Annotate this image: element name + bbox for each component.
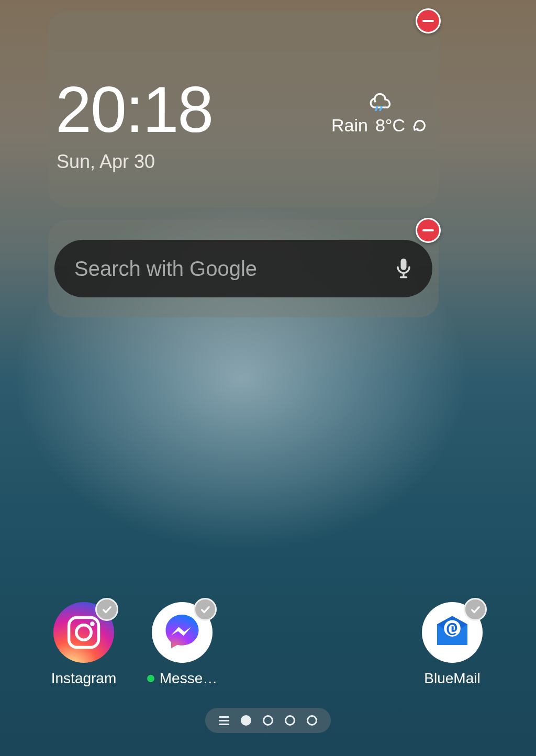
weather-block[interactable]: Rain 8°C — [331, 89, 427, 136]
selected-check-icon — [194, 598, 217, 621]
svg-rect-2 — [401, 259, 407, 270]
app-messenger[interactable]: Messe… — [144, 602, 220, 687]
selected-check-icon — [95, 598, 118, 621]
app-label: Messe… — [147, 670, 217, 687]
instagram-icon — [53, 602, 114, 663]
page-dot-3[interactable] — [285, 715, 295, 726]
page-indicator[interactable] — [205, 708, 331, 733]
google-search-input[interactable]: Search with Google — [54, 240, 432, 297]
refresh-icon[interactable] — [412, 118, 427, 133]
app-label: Instagram — [51, 670, 117, 687]
microphone-icon[interactable] — [395, 257, 412, 280]
remove-widget-button[interactable] — [416, 8, 441, 34]
clock-weather-widget[interactable]: 20:18 Sun, Apr 30 Rain 8°C — [48, 10, 439, 207]
page-dot-2[interactable] — [263, 715, 273, 726]
selected-check-icon — [464, 598, 487, 621]
empty-slot — [243, 602, 392, 687]
bluemail-icon — [422, 602, 483, 663]
page-dot-4[interactable] — [307, 715, 317, 726]
app-bluemail[interactable]: BlueMail — [415, 602, 490, 687]
all-pages-icon[interactable] — [219, 716, 229, 725]
search-widget[interactable]: Search with Google — [48, 220, 439, 317]
page-dot-1[interactable] — [241, 715, 251, 726]
online-status-dot — [147, 675, 154, 682]
messenger-icon — [152, 602, 213, 663]
minus-icon — [422, 20, 434, 22]
svg-point-7 — [90, 621, 95, 626]
weather-temperature: 8°C — [375, 115, 405, 136]
svg-rect-5 — [69, 618, 99, 648]
app-label: BlueMail — [424, 670, 480, 687]
clock-date: Sun, Apr 30 — [57, 151, 155, 173]
search-placeholder: Search with Google — [74, 257, 257, 281]
app-instagram[interactable]: Instagram — [46, 602, 121, 687]
remove-widget-button[interactable] — [416, 218, 441, 243]
home-app-row: Instagram Messe… — [46, 602, 490, 687]
clock-time: 20:18 — [55, 72, 213, 147]
svg-point-6 — [76, 625, 91, 640]
minus-icon — [422, 229, 434, 231]
weather-condition: Rain — [331, 115, 368, 136]
rain-cloud-icon — [364, 89, 395, 111]
